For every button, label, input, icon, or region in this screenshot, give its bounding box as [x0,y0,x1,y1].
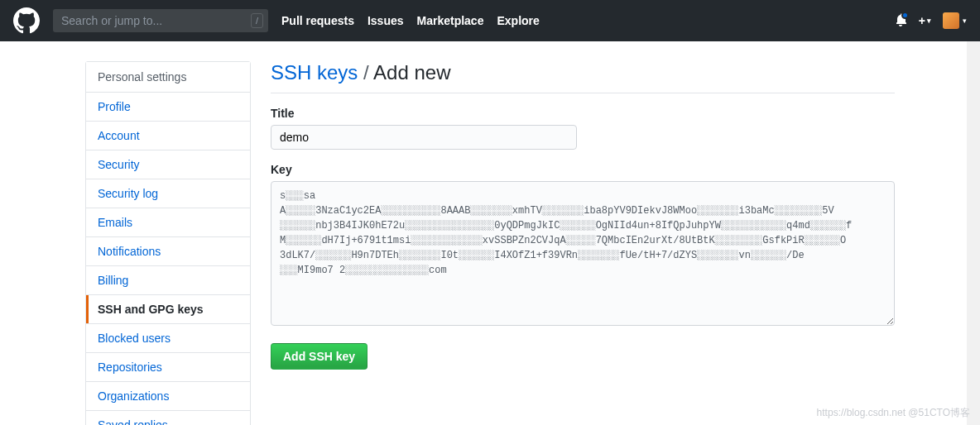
breadcrumb-link-ssh-keys[interactable]: SSH keys [271,61,358,84]
breadcrumb-current: Add new [373,61,450,84]
sidebar-item-organizations[interactable]: Organizations [86,382,250,411]
nav-pull-requests[interactable]: Pull requests [281,14,354,27]
key-label: Key [271,163,895,176]
key-textarea[interactable] [271,181,895,326]
notifications-icon[interactable] [894,13,907,29]
avatar-icon [943,12,959,29]
sidebar-item-billing[interactable]: Billing [86,266,250,295]
sidebar-item-notifications[interactable]: Notifications [86,237,250,266]
notification-dot-icon [901,12,909,19]
sidebar-title: Personal settings [86,62,250,93]
title-label: Title [271,107,895,120]
search-input[interactable] [53,9,268,32]
sidebar-item-emails[interactable]: Emails [86,208,250,237]
scrollbar[interactable] [967,41,980,425]
sidebar-item-profile[interactable]: Profile [86,93,250,122]
sidebar-item-saved-replies[interactable]: Saved replies [86,411,250,425]
sidebar-item-security[interactable]: Security [86,150,250,179]
sidebar-item-account[interactable]: Account [86,122,250,150]
title-input[interactable] [271,125,577,150]
sidebar-item-ssh-gpg-keys: SSH and GPG keys [86,295,250,324]
nav-issues[interactable]: Issues [368,14,404,27]
slash-key-icon: / [251,13,263,28]
sidebar-item-blocked-users[interactable]: Blocked users [86,324,250,353]
user-menu[interactable]: ▾ [943,12,967,29]
add-ssh-key-button[interactable]: Add SSH key [271,343,368,370]
sidebar-item-repositories[interactable]: Repositories [86,353,250,382]
breadcrumb-sep: / [363,61,369,84]
page-title: SSH keys / Add new [271,61,895,93]
sidebar-item-security-log[interactable]: Security log [86,179,250,208]
create-new-dropdown[interactable]: +▾ [919,14,931,27]
nav-marketplace[interactable]: Marketplace [417,14,484,27]
watermark-text: https://blog.csdn.net @51CTO博客 [817,406,970,420]
github-logo-icon[interactable] [13,7,40,34]
nav-explore[interactable]: Explore [497,14,539,27]
